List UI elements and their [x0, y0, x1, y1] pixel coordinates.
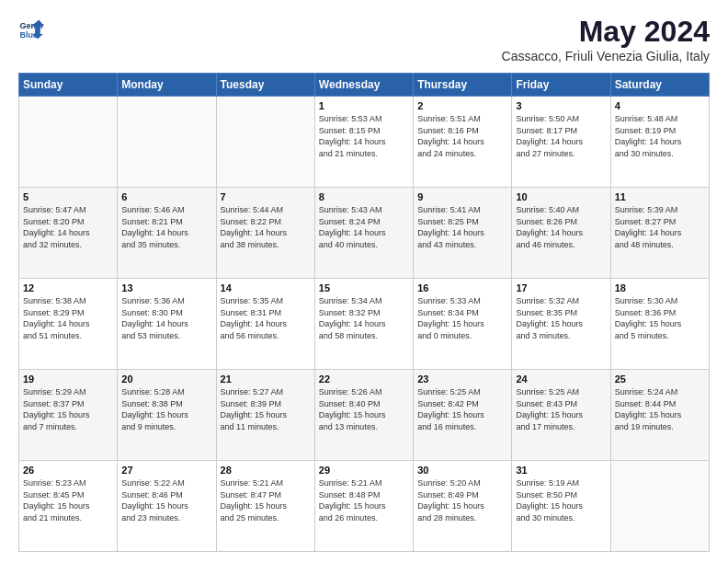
- day-cell-3-3: 22Sunrise: 5:26 AM Sunset: 8:40 PM Dayli…: [314, 370, 413, 461]
- day-info: Sunrise: 5:51 AM Sunset: 8:16 PM Dayligh…: [417, 113, 507, 159]
- day-cell-1-6: 11Sunrise: 5:39 AM Sunset: 8:27 PM Dayli…: [610, 188, 709, 279]
- day-cell-3-0: 19Sunrise: 5:29 AM Sunset: 8:37 PM Dayli…: [19, 370, 118, 461]
- day-cell-0-4: 2Sunrise: 5:51 AM Sunset: 8:16 PM Daylig…: [414, 97, 512, 188]
- header-saturday: Saturday: [610, 74, 709, 97]
- day-cell-3-2: 21Sunrise: 5:27 AM Sunset: 8:39 PM Dayli…: [216, 370, 314, 461]
- day-info: Sunrise: 5:48 AM Sunset: 8:19 PM Dayligh…: [615, 113, 705, 159]
- day-cell-4-5: 31Sunrise: 5:19 AM Sunset: 8:50 PM Dayli…: [512, 461, 610, 552]
- day-info: Sunrise: 5:35 AM Sunset: 8:31 PM Dayligh…: [221, 295, 311, 341]
- day-cell-0-0: [19, 97, 118, 188]
- day-number: 29: [319, 465, 409, 476]
- day-info: Sunrise: 5:38 AM Sunset: 8:29 PM Dayligh…: [23, 295, 113, 341]
- header-sunday: Sunday: [19, 74, 118, 97]
- day-info: Sunrise: 5:43 AM Sunset: 8:24 PM Dayligh…: [319, 204, 409, 250]
- day-cell-4-3: 29Sunrise: 5:21 AM Sunset: 8:48 PM Dayli…: [314, 461, 413, 552]
- logo: General Blue: [18, 15, 44, 40]
- day-cell-0-1: [118, 97, 216, 188]
- day-number: 28: [221, 465, 311, 476]
- day-cell-2-5: 17Sunrise: 5:32 AM Sunset: 8:35 PM Dayli…: [512, 279, 610, 370]
- day-info: Sunrise: 5:22 AM Sunset: 8:46 PM Dayligh…: [121, 477, 211, 523]
- day-info: Sunrise: 5:47 AM Sunset: 8:20 PM Dayligh…: [23, 204, 113, 250]
- day-number: 18: [615, 282, 705, 293]
- day-cell-4-1: 27Sunrise: 5:22 AM Sunset: 8:46 PM Dayli…: [118, 461, 216, 552]
- day-number: 30: [417, 465, 507, 476]
- day-info: Sunrise: 5:26 AM Sunset: 8:40 PM Dayligh…: [319, 386, 409, 432]
- day-cell-4-4: 30Sunrise: 5:20 AM Sunset: 8:49 PM Dayli…: [414, 461, 512, 552]
- day-cell-4-6: [610, 461, 709, 552]
- day-number: 2: [417, 100, 507, 111]
- day-cell-2-1: 13Sunrise: 5:36 AM Sunset: 8:30 PM Dayli…: [118, 279, 216, 370]
- day-number: 4: [615, 100, 705, 111]
- day-cell-2-6: 18Sunrise: 5:30 AM Sunset: 8:36 PM Dayli…: [610, 279, 709, 370]
- week-row-4: 19Sunrise: 5:29 AM Sunset: 8:37 PM Dayli…: [19, 370, 710, 461]
- day-info: Sunrise: 5:32 AM Sunset: 8:35 PM Dayligh…: [516, 295, 606, 341]
- day-info: Sunrise: 5:34 AM Sunset: 8:32 PM Dayligh…: [319, 295, 409, 341]
- day-number: 21: [221, 373, 311, 385]
- day-cell-2-4: 16Sunrise: 5:33 AM Sunset: 8:34 PM Dayli…: [414, 279, 512, 370]
- day-number: 11: [615, 191, 705, 202]
- day-cell-3-1: 20Sunrise: 5:28 AM Sunset: 8:38 PM Dayli…: [118, 370, 216, 461]
- header-tuesday: Tuesday: [216, 74, 314, 97]
- day-cell-3-5: 24Sunrise: 5:25 AM Sunset: 8:43 PM Dayli…: [512, 370, 610, 461]
- day-number: 31: [516, 465, 606, 476]
- day-number: 17: [516, 282, 606, 293]
- day-cell-0-5: 3Sunrise: 5:50 AM Sunset: 8:17 PM Daylig…: [512, 97, 610, 188]
- calendar-table: Sunday Monday Tuesday Wednesday Thursday…: [18, 73, 710, 552]
- day-cell-0-3: 1Sunrise: 5:53 AM Sunset: 8:15 PM Daylig…: [314, 97, 413, 188]
- day-number: 10: [516, 191, 606, 202]
- day-number: 25: [615, 373, 705, 385]
- day-number: 19: [23, 373, 113, 385]
- subtitle: Cassacco, Friuli Venezia Giulia, Italy: [502, 49, 710, 63]
- day-cell-3-6: 25Sunrise: 5:24 AM Sunset: 8:44 PM Dayli…: [610, 370, 709, 461]
- day-cell-2-3: 15Sunrise: 5:34 AM Sunset: 8:32 PM Dayli…: [314, 279, 413, 370]
- day-info: Sunrise: 5:40 AM Sunset: 8:26 PM Dayligh…: [516, 204, 606, 250]
- day-info: Sunrise: 5:25 AM Sunset: 8:42 PM Dayligh…: [417, 386, 507, 432]
- day-info: Sunrise: 5:50 AM Sunset: 8:17 PM Dayligh…: [516, 113, 606, 159]
- day-info: Sunrise: 5:33 AM Sunset: 8:34 PM Dayligh…: [417, 295, 507, 341]
- week-row-1: 1Sunrise: 5:53 AM Sunset: 8:15 PM Daylig…: [19, 97, 710, 188]
- day-cell-1-1: 6Sunrise: 5:46 AM Sunset: 8:21 PM Daylig…: [118, 188, 216, 279]
- day-cell-0-2: [216, 97, 314, 188]
- day-number: 24: [516, 373, 606, 385]
- title-block: May 2024 Cassacco, Friuli Venezia Giulia…: [502, 15, 710, 63]
- calendar-header-row: Sunday Monday Tuesday Wednesday Thursday…: [19, 74, 710, 97]
- day-cell-1-5: 10Sunrise: 5:40 AM Sunset: 8:26 PM Dayli…: [512, 188, 610, 279]
- day-cell-2-2: 14Sunrise: 5:35 AM Sunset: 8:31 PM Dayli…: [216, 279, 314, 370]
- day-number: 6: [121, 191, 211, 202]
- logo-icon: General Blue: [18, 15, 44, 40]
- week-row-2: 5Sunrise: 5:47 AM Sunset: 8:20 PM Daylig…: [19, 188, 710, 279]
- day-number: 3: [516, 100, 606, 111]
- day-number: 22: [319, 373, 409, 385]
- day-cell-1-0: 5Sunrise: 5:47 AM Sunset: 8:20 PM Daylig…: [19, 188, 118, 279]
- header-monday: Monday: [118, 74, 216, 97]
- day-number: 20: [121, 373, 211, 385]
- day-number: 16: [417, 282, 507, 293]
- day-info: Sunrise: 5:24 AM Sunset: 8:44 PM Dayligh…: [615, 386, 705, 432]
- day-cell-0-6: 4Sunrise: 5:48 AM Sunset: 8:19 PM Daylig…: [610, 97, 709, 188]
- page: General Blue May 2024 Cassacco, Friuli V…: [0, 0, 728, 563]
- day-number: 5: [23, 191, 113, 202]
- day-info: Sunrise: 5:27 AM Sunset: 8:39 PM Dayligh…: [221, 386, 311, 432]
- day-cell-3-4: 23Sunrise: 5:25 AM Sunset: 8:42 PM Dayli…: [414, 370, 512, 461]
- day-info: Sunrise: 5:41 AM Sunset: 8:25 PM Dayligh…: [417, 204, 507, 250]
- day-info: Sunrise: 5:19 AM Sunset: 8:50 PM Dayligh…: [516, 477, 606, 523]
- header: General Blue May 2024 Cassacco, Friuli V…: [18, 15, 710, 63]
- day-number: 1: [319, 100, 409, 111]
- week-row-5: 26Sunrise: 5:23 AM Sunset: 8:45 PM Dayli…: [19, 461, 710, 552]
- day-cell-1-2: 7Sunrise: 5:44 AM Sunset: 8:22 PM Daylig…: [216, 188, 314, 279]
- day-number: 12: [23, 282, 113, 293]
- day-info: Sunrise: 5:36 AM Sunset: 8:30 PM Dayligh…: [121, 295, 211, 341]
- day-info: Sunrise: 5:25 AM Sunset: 8:43 PM Dayligh…: [516, 386, 606, 432]
- day-info: Sunrise: 5:29 AM Sunset: 8:37 PM Dayligh…: [23, 386, 113, 432]
- day-number: 26: [23, 465, 113, 476]
- day-info: Sunrise: 5:39 AM Sunset: 8:27 PM Dayligh…: [615, 204, 705, 250]
- header-thursday: Thursday: [414, 74, 512, 97]
- week-row-3: 12Sunrise: 5:38 AM Sunset: 8:29 PM Dayli…: [19, 279, 710, 370]
- day-info: Sunrise: 5:20 AM Sunset: 8:49 PM Dayligh…: [417, 477, 507, 523]
- day-number: 15: [319, 282, 409, 293]
- day-number: 9: [417, 191, 507, 202]
- day-info: Sunrise: 5:21 AM Sunset: 8:47 PM Dayligh…: [221, 477, 311, 523]
- day-cell-1-4: 9Sunrise: 5:41 AM Sunset: 8:25 PM Daylig…: [414, 188, 512, 279]
- day-cell-4-0: 26Sunrise: 5:23 AM Sunset: 8:45 PM Dayli…: [19, 461, 118, 552]
- day-number: 27: [121, 465, 211, 476]
